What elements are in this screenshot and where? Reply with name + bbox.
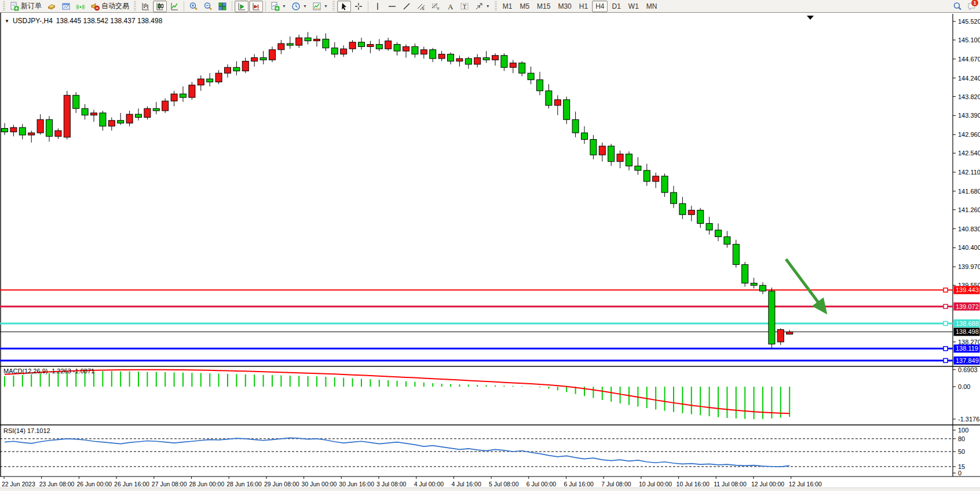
zoom-out-icon [203, 2, 213, 11]
time-tick-label: 4 Jul 00:00 [414, 481, 444, 488]
trendline-button[interactable] [400, 1, 414, 12]
timeframe-tf-h1-button[interactable]: H1 [576, 1, 591, 12]
clock-icon [291, 2, 301, 11]
level-handle[interactable] [944, 304, 948, 308]
price-tick-label: 140.830 [958, 226, 980, 232]
button-label: H1 [579, 2, 588, 10]
text-label-button[interactable]: T [458, 1, 471, 12]
timeframe-tf-h4-button[interactable]: H4 [592, 1, 608, 12]
chart-ohlc-readout: 138.445 138.542 138.437 138.498 [56, 17, 163, 25]
timeframe-tf-m15-button[interactable]: M15 [533, 1, 554, 12]
candle-body [46, 119, 53, 136]
svg-text:E: E [422, 7, 425, 10]
zoom-out-button[interactable] [201, 1, 215, 12]
candle-body [643, 170, 650, 181]
candle-body [554, 100, 561, 106]
price-tick-label: 139.970 [958, 263, 980, 270]
candle-body [420, 50, 427, 54]
svg-text:F: F [437, 7, 440, 10]
candle-body [296, 38, 302, 45]
price-label-text: 138.119 [956, 345, 978, 352]
chart-background [0, 13, 980, 491]
candle-body [314, 39, 320, 41]
horizontal-line-button[interactable] [385, 1, 399, 12]
tile-windows-button[interactable] [215, 1, 229, 12]
time-tick-label: 12 Jul 00:00 [751, 481, 784, 488]
vertical-line-button[interactable] [371, 1, 385, 12]
candle-body [582, 133, 588, 139]
chart-shift-button[interactable] [249, 1, 263, 12]
level-handle[interactable] [944, 288, 948, 292]
arrows-button[interactable]: ▼ [472, 1, 492, 12]
dropdown-arrow-icon[interactable]: ▼ [303, 4, 307, 8]
time-tick-label: 30 Jun 00:00 [302, 481, 337, 488]
time-tick-label: 4 Jul 16:00 [451, 481, 481, 488]
price-tick-label: 143.820 [958, 93, 980, 100]
time-tick-label: 28 Jun 00:00 [189, 481, 225, 488]
vline-icon [373, 2, 382, 11]
fibonacci-button[interactable]: F [429, 1, 443, 12]
candle-body [661, 176, 668, 192]
level-handle[interactable] [944, 347, 948, 351]
candle-body [742, 264, 748, 283]
candle-body [153, 108, 159, 111]
line-chart-button[interactable] [167, 1, 181, 12]
level-handle[interactable] [944, 321, 948, 325]
timeframe-tf-m1-button[interactable]: M1 [499, 1, 516, 12]
price-tick-label: 142.540 [958, 150, 980, 157]
auto-trading-button[interactable]: 自动交易 [88, 1, 131, 12]
candle-body [136, 114, 142, 117]
candle-body [215, 73, 222, 82]
candle-body [55, 130, 61, 136]
timeframe-tf-m5-button[interactable]: M5 [516, 1, 533, 12]
candle-body [225, 67, 231, 73]
price-chart-canvas[interactable]: 145.520145.100144.670144.240143.820143.3… [0, 13, 980, 491]
candle-body [349, 42, 356, 49]
timeframe-tf-mn-button[interactable]: MN [643, 1, 661, 12]
chart-title[interactable]: ▼ USDJPY-,H4 138.445 138.542 138.437 138… [5, 17, 162, 25]
cursor-button[interactable] [337, 1, 351, 12]
timeframe-tf-m30-button[interactable]: M30 [554, 1, 575, 12]
text-button[interactable]: A [443, 1, 457, 12]
candle-body [653, 176, 659, 181]
indicators-button[interactable]: ▼ [268, 1, 288, 12]
signal-icon [76, 2, 85, 11]
toolbar-separator [368, 1, 368, 12]
data-window-button[interactable] [59, 1, 73, 12]
bar-chart-button[interactable] [138, 1, 152, 12]
candle-body [28, 133, 35, 135]
crosshair-button[interactable] [352, 1, 365, 12]
macd-indicator-label: MACD(12,26,9) -1.2263 -1.0871 [3, 368, 94, 374]
toolbar-grip [495, 1, 497, 12]
time-tick-label: 7 Jul 08:00 [601, 481, 631, 488]
templates-button[interactable]: ▼ [310, 1, 330, 12]
search-button[interactable] [950, 1, 964, 12]
periods-button[interactable]: ▼ [289, 1, 309, 12]
level-handle[interactable] [944, 358, 948, 362]
chart-menu-arrow-icon[interactable]: ▼ [5, 19, 9, 24]
price-tick-label: 142.960 [958, 131, 980, 138]
auto-scroll-button[interactable] [235, 1, 248, 12]
dropdown-arrow-icon[interactable]: ▼ [324, 4, 328, 8]
candle-body [608, 146, 615, 162]
candlestick-chart-button[interactable] [153, 1, 167, 12]
candle-body [207, 79, 213, 82]
zoom-in-button[interactable] [187, 1, 200, 12]
candle-body [590, 140, 597, 155]
price-tick-label: 143.390 [958, 112, 980, 119]
dropdown-arrow-icon[interactable]: ▼ [282, 4, 286, 8]
new-order-icon [10, 2, 19, 11]
candle-body [198, 79, 204, 85]
chat-button[interactable]: 1 [965, 1, 979, 12]
timeframe-tf-d1-button[interactable]: D1 [608, 1, 624, 12]
timeframe-tf-w1-button[interactable]: W1 [625, 1, 642, 12]
equidistant-channel-button[interactable]: E [414, 1, 428, 12]
market-watch-button[interactable] [45, 1, 58, 12]
dropdown-arrow-icon[interactable]: ▼ [486, 4, 490, 8]
button-label: D1 [612, 2, 620, 10]
candle-body [287, 43, 293, 45]
candle-body [260, 57, 266, 60]
signals-button[interactable] [74, 1, 87, 12]
new-order-button[interactable]: 新订单 [8, 1, 44, 12]
chart-window[interactable]: 145.520145.100144.670144.240143.820143.3… [0, 13, 980, 491]
